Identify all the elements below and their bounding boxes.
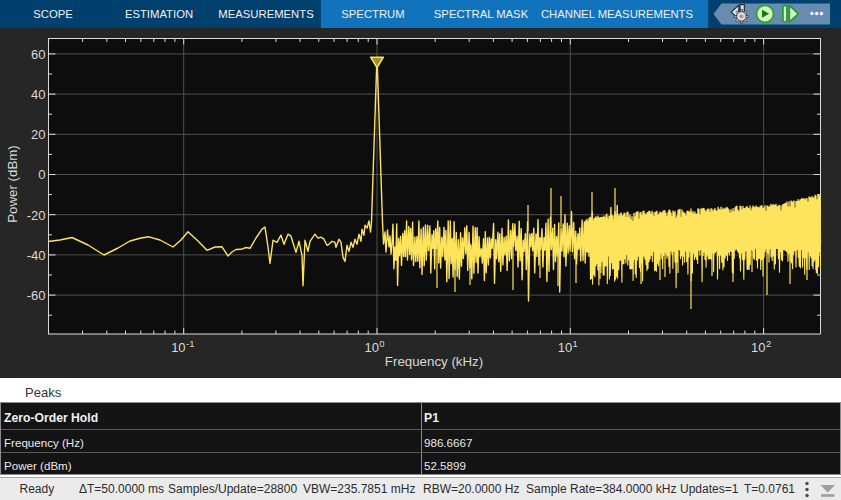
svg-text:Frequency (kHz): Frequency (kHz)	[385, 354, 483, 369]
svg-text:SCOPE: SCOPE	[33, 8, 73, 20]
svg-text:10: 10	[751, 340, 765, 355]
svg-text:CHANNEL MEASUREMENTS: CHANNEL MEASUREMENTS	[541, 8, 694, 20]
svg-text:SPECTRUM: SPECTRUM	[341, 8, 404, 20]
svg-text:10: 10	[558, 340, 572, 355]
svg-text:Power (dBm): Power (dBm)	[5, 145, 20, 223]
svg-text:20: 20	[31, 127, 45, 142]
svg-text:ESTIMATION: ESTIMATION	[125, 8, 193, 20]
svg-text:10: 10	[171, 340, 185, 355]
svg-text:40: 40	[31, 87, 45, 102]
svg-text:0: 0	[379, 338, 384, 349]
svg-text:1: 1	[573, 338, 578, 349]
svg-text:0: 0	[38, 167, 45, 182]
svg-text:SPECTRAL MASK: SPECTRAL MASK	[434, 8, 529, 20]
svg-text:MEASUREMENTS: MEASUREMENTS	[218, 8, 314, 20]
svg-text:2: 2	[766, 338, 771, 349]
svg-text:-40: -40	[27, 248, 46, 263]
svg-text:60: 60	[31, 47, 45, 62]
svg-text:-60: -60	[27, 288, 46, 303]
svg-text:10: 10	[364, 340, 378, 355]
svg-text:-20: -20	[27, 208, 46, 223]
svg-text:-1: -1	[186, 338, 194, 349]
